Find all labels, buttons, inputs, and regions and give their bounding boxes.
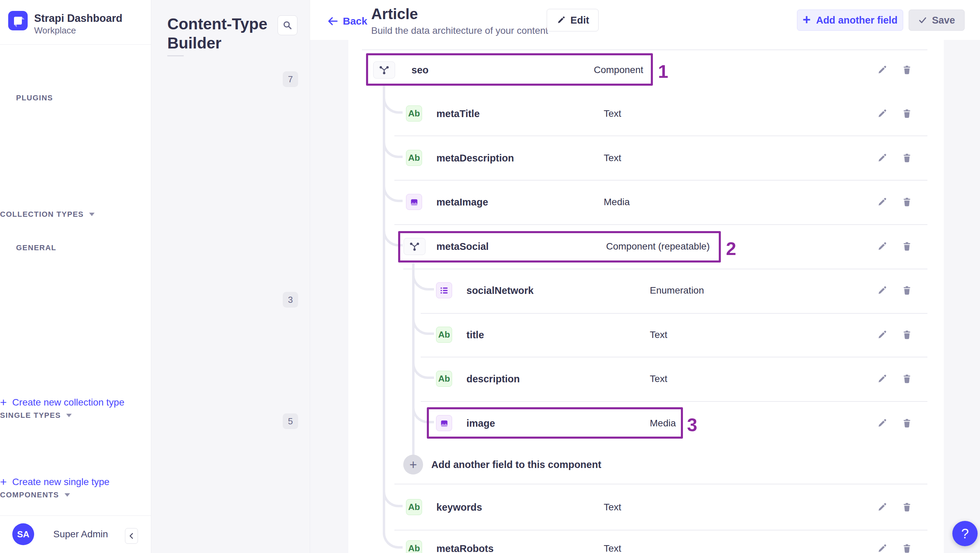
row-divider — [421, 313, 928, 314]
field-type: Text — [604, 153, 621, 164]
check-icon — [918, 16, 927, 25]
edit-button[interactable]: Edit — [547, 9, 598, 32]
annotation-number-1: 1 — [658, 61, 668, 82]
delete-field-button[interactable] — [901, 417, 913, 429]
text-field-icon: Ab — [406, 540, 422, 553]
row-divider — [395, 180, 928, 181]
row-divider — [421, 401, 928, 402]
back-arrow-icon — [326, 15, 339, 27]
delete-field-button[interactable] — [901, 501, 913, 513]
field-type: Enumeration — [650, 285, 704, 296]
chevron-down-icon — [66, 414, 72, 417]
field-type: Text — [604, 108, 621, 119]
edit-field-button[interactable] — [876, 501, 888, 513]
media-field-icon — [406, 194, 422, 210]
edit-field-button[interactable] — [876, 108, 888, 120]
field-type: Media — [604, 197, 630, 208]
text-field-icon: Ab — [406, 150, 422, 166]
delete-field-button[interactable] — [901, 284, 913, 297]
component-field-icon — [404, 238, 425, 255]
help-button[interactable]: ? — [952, 521, 978, 546]
edit-field-button[interactable] — [876, 64, 888, 76]
text-field-icon: Ab — [406, 105, 422, 122]
chevron-down-icon — [65, 493, 70, 497]
avatar[interactable]: SA — [12, 523, 34, 545]
edit-field-button[interactable] — [876, 373, 888, 385]
delete-field-button[interactable] — [901, 240, 913, 253]
plus-icon: + — [803, 13, 811, 26]
edit-field-button[interactable] — [876, 542, 888, 553]
edit-field-button[interactable] — [876, 284, 888, 297]
app-root: Strapi Dashboard Workplace SA Super Admi… — [0, 0, 980, 553]
delete-field-button[interactable] — [901, 108, 913, 120]
create-single-type-link[interactable]: +Create new single type — [0, 475, 980, 488]
delete-field-button[interactable] — [901, 196, 913, 208]
field-type: Text — [604, 543, 621, 553]
delete-field-button[interactable] — [901, 64, 913, 76]
collapse-sidebar-button[interactable] — [125, 528, 138, 544]
text-field-icon: Ab — [406, 499, 422, 515]
plus-circle-icon: + — [403, 455, 423, 475]
section-count-badge: 5 — [283, 413, 298, 429]
search-icon — [282, 20, 293, 30]
field-name: metaDescription — [436, 153, 514, 164]
field-type: Text — [650, 329, 667, 340]
field-type: Media — [650, 418, 676, 429]
field-name: seo — [412, 65, 428, 76]
edit-field-button[interactable] — [876, 196, 888, 208]
components-header[interactable]: COMPONENTS — [0, 491, 980, 499]
plus-icon: + — [0, 396, 7, 409]
edit-field-button[interactable] — [876, 417, 888, 429]
section-count-badge: 7 — [283, 72, 298, 87]
section-count-badge: 3 — [283, 292, 298, 308]
panel-action-label: Create new collection type — [12, 397, 124, 408]
save-button[interactable]: Save — [908, 10, 965, 31]
field-type: Component — [594, 65, 643, 75]
back-link[interactable]: Back — [326, 15, 368, 27]
add-field-label: Add another field — [816, 15, 897, 26]
annotation-number-3: 3 — [687, 414, 697, 435]
add-another-field-button[interactable]: + Add another field — [797, 10, 903, 31]
panel-title: Content-Type Builder — [167, 14, 270, 52]
pencil-icon — [556, 15, 566, 25]
field-name: metaTitle — [436, 108, 480, 119]
section-title: COLLECTION TYPES — [0, 210, 84, 219]
field-name: description — [466, 373, 520, 385]
page-title: Article — [371, 5, 418, 22]
field-name: title — [466, 329, 484, 341]
back-label: Back — [343, 15, 368, 27]
annotation-number-2: 2 — [726, 238, 736, 259]
field-type: Component (repeatable) — [606, 241, 710, 252]
main-sidebar — [0, 0, 151, 553]
sidebar-section-plugins: PLUGINS — [16, 94, 53, 102]
field-name: metaImage — [436, 197, 488, 208]
field-name: socialNetwork — [466, 285, 534, 296]
edit-field-button[interactable] — [876, 152, 888, 164]
panel-search-button[interactable] — [278, 15, 298, 35]
row-divider — [395, 530, 928, 531]
edit-field-button[interactable] — [876, 329, 888, 341]
panel-action-label: Create new single type — [12, 476, 110, 487]
text-field-icon: Ab — [436, 371, 452, 387]
chevron-down-icon — [89, 213, 95, 216]
row-divider — [395, 484, 928, 485]
strapi-logo — [8, 11, 28, 30]
delete-field-button[interactable] — [901, 152, 913, 164]
delete-field-button[interactable] — [901, 373, 913, 385]
media-field-icon — [436, 415, 452, 431]
field-name: metaSocial — [436, 241, 488, 252]
enumeration-field-icon — [436, 282, 452, 298]
collection-types-header[interactable]: COLLECTION TYPES — [0, 210, 980, 219]
edit-field-button[interactable] — [876, 240, 888, 253]
create-collection-type-link[interactable]: +Create new collection type — [0, 396, 980, 409]
user-name: Super Admin — [53, 529, 108, 540]
row-divider — [421, 357, 928, 358]
delete-field-button[interactable] — [901, 542, 913, 553]
help-label: ? — [961, 526, 969, 541]
panel-title-divider — [167, 55, 184, 56]
add-field-to-component-button[interactable]: + Add another field to this component — [403, 455, 601, 475]
text-field-icon: Ab — [436, 327, 452, 343]
delete-field-button[interactable] — [901, 329, 913, 341]
sidebar-bottom-divider — [0, 515, 151, 516]
save-label: Save — [932, 15, 955, 26]
